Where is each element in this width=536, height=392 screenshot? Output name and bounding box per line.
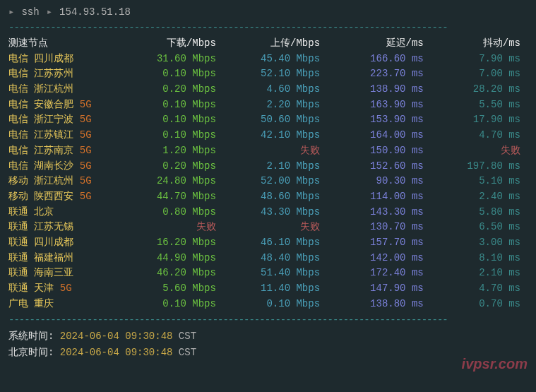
latency-cell: 130.70 ms: [334, 220, 438, 235]
location-label: 江苏苏州: [34, 68, 73, 79]
beijing-time-value: 2024-06-04 09:30:48: [60, 347, 173, 358]
isp-label: 联通: [8, 267, 34, 278]
node-cell: 电信 江苏镇江 5G: [8, 128, 126, 143]
latency-cell: 138.80 ms: [334, 297, 438, 312]
tag-5g: 5G: [73, 145, 91, 156]
upload-cell: 52.10 Mbps: [230, 66, 334, 82]
jitter-cell: 失败: [438, 143, 528, 159]
table-row: 移动 浙江杭州 5G24.80 Mbps52.00 Mbps90.30 ms5.…: [8, 174, 528, 189]
col-node-header: 测速节点: [8, 36, 126, 52]
upload-cell: 失败: [230, 220, 334, 235]
system-time-value: 2024-06-04 09:30:48: [60, 331, 173, 342]
location-label: 陕西西安: [34, 191, 73, 202]
triangle-icon: ▸: [8, 6, 14, 18]
upload-cell: 11.40 Mbps: [230, 281, 334, 297]
jitter-cell: 6.50 ms: [438, 220, 528, 235]
divider-line: ----------------------------------------…: [8, 314, 528, 326]
node-cell: 联通 天津 5G: [8, 281, 126, 297]
latency-cell: 166.60 ms: [334, 52, 438, 67]
location-label: 浙江杭州: [34, 83, 73, 95]
node-cell: 联通 四川成都: [8, 235, 126, 251]
latency-cell: 223.70 ms: [334, 66, 438, 82]
jitter-cell: 7.90 ms: [438, 52, 528, 67]
node-cell: 联通 福建福州: [8, 251, 126, 266]
location-label: 重庆: [34, 298, 54, 309]
jitter-cell: 197.80 ms: [438, 159, 528, 174]
location-label: 浙江宁波: [34, 114, 73, 125]
jitter-cell: 2.40 ms: [438, 189, 528, 205]
isp-label: 电信: [8, 129, 34, 141]
node-cell: 电信 江苏苏州: [8, 66, 126, 82]
upload-cell: 失败: [230, 143, 334, 159]
jitter-cell: 5.10 ms: [438, 174, 528, 189]
table-row: 联通 福建福州44.90 Mbps48.40 Mbps142.00 ms8.10…: [8, 251, 528, 266]
node-cell: 电信 湖南长沙 5G: [8, 159, 126, 174]
table-row: 联通 四川成都16.20 Mbps46.10 Mbps157.70 ms3.00…: [8, 235, 528, 251]
upload-cell: 43.30 Mbps: [230, 205, 334, 220]
isp-label: 电信: [8, 145, 34, 156]
jitter-cell: 4.70 ms: [438, 281, 528, 297]
download-cell: 0.20 Mbps: [126, 159, 230, 174]
tag-5g: 5G: [73, 114, 91, 125]
col-download-header: 下载/Mbps: [126, 36, 230, 52]
tag-5g: 5G: [73, 160, 91, 172]
isp-label: 联通: [8, 283, 34, 294]
jitter-cell: 17.90 ms: [438, 112, 528, 128]
latency-cell: 147.90 ms: [334, 281, 438, 297]
download-cell: 44.90 Mbps: [126, 251, 230, 266]
upload-cell: 45.40 Mbps: [230, 52, 334, 67]
latency-cell: 143.30 ms: [334, 205, 438, 220]
upload-cell: 2.20 Mbps: [230, 97, 334, 113]
latency-cell: 114.00 ms: [334, 189, 438, 205]
download-cell: 0.10 Mbps: [126, 66, 230, 82]
jitter-cell: 5.50 ms: [438, 97, 528, 113]
jitter-cell: 3.00 ms: [438, 235, 528, 251]
upload-cell: 42.10 Mbps: [230, 128, 334, 143]
table-row: 电信 江苏南京 5G1.20 Mbps失败150.90 ms失败: [8, 143, 528, 159]
location-label: 四川成都: [34, 237, 73, 248]
isp-label: 电信: [8, 53, 34, 64]
tag-5g: 5G: [73, 129, 91, 141]
latency-cell: 172.40 ms: [334, 266, 438, 281]
node-cell: 电信 浙江杭州: [8, 82, 126, 97]
tag-5g: 5G: [73, 191, 91, 202]
tag-5g: 5G: [73, 175, 91, 186]
tag-5g: 5G: [73, 99, 91, 110]
node-cell: 电信 安徽合肥 5G: [8, 97, 126, 113]
table-row: 联通 海南三亚46.20 Mbps51.40 Mbps172.40 ms2.10…: [8, 266, 528, 281]
beijing-time-label: 北京时间:: [8, 347, 60, 358]
ssh-label: ssh: [21, 6, 39, 18]
upload-cell: 48.40 Mbps: [230, 251, 334, 266]
download-cell: 16.20 Mbps: [126, 235, 230, 251]
isp-label: 电信: [8, 114, 34, 125]
table-row: 联通 北京0.80 Mbps43.30 Mbps143.30 ms5.80 ms: [8, 205, 528, 220]
jitter-cell: 8.10 ms: [438, 251, 528, 266]
table-row: 联通 江苏无锡失败失败130.70 ms6.50 ms: [8, 220, 528, 235]
jitter-cell: 4.70 ms: [438, 128, 528, 143]
col-latency-header: 延迟/ms: [334, 36, 438, 52]
table-row: 广电 重庆0.10 Mbps0.10 Mbps138.80 ms0.70 ms: [8, 297, 528, 312]
node-cell: 广电 重庆: [8, 297, 126, 312]
node-cell: 联通 北京: [8, 205, 126, 220]
isp-label: 联通: [8, 206, 34, 218]
location-label: 江苏南京: [34, 145, 73, 156]
download-cell: 46.20 Mbps: [126, 266, 230, 281]
latency-cell: 157.70 ms: [334, 235, 438, 251]
table-row: 电信 安徽合肥 5G0.10 Mbps2.20 Mbps163.90 ms5.5…: [8, 97, 528, 113]
table-row: 移动 陕西西安 5G44.70 Mbps48.60 Mbps114.00 ms2…: [8, 189, 528, 205]
latency-cell: 150.90 ms: [334, 143, 438, 159]
col-jitter-header: 抖动/ms: [438, 36, 528, 52]
system-time-row: 系统时间: 2024-06-04 09:30:48 CST: [8, 328, 528, 344]
isp-label: 联通: [8, 221, 34, 232]
beijing-time-row: 北京时间: 2024-06-04 09:30:48 CST: [8, 345, 528, 360]
table-row: 电信 湖南长沙 5G0.20 Mbps2.10 Mbps152.60 ms197…: [8, 159, 528, 174]
latency-cell: 142.00 ms: [334, 251, 438, 266]
location-label: 海南三亚: [34, 267, 73, 278]
jitter-cell: 7.00 ms: [438, 66, 528, 82]
download-cell: 31.60 Mbps: [126, 52, 230, 67]
isp-label: 联通: [8, 252, 34, 263]
latency-cell: 152.60 ms: [334, 159, 438, 174]
ssh-ip: 154.93.51.18: [59, 6, 131, 18]
isp-label: 电信: [8, 83, 34, 95]
node-cell: 电信 江苏南京 5G: [8, 143, 126, 159]
